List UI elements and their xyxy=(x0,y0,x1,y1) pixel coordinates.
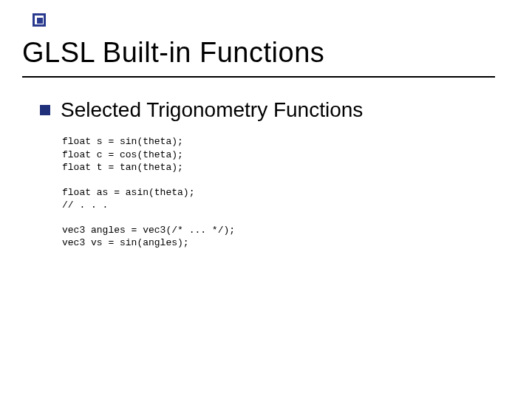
code-block-2: float as = asin(theta); // . . . xyxy=(62,186,510,212)
bullet-square-icon xyxy=(40,105,50,115)
slide-title: GLSL Built-in Functions xyxy=(22,37,510,69)
code-block-1: float s = sin(theta); float c = cos(thet… xyxy=(62,135,510,174)
bullet-text: Selected Trigonometry Functions xyxy=(61,98,363,122)
accent-box-icon xyxy=(33,13,46,27)
code-block-3: vec3 angles = vec3(/* ... */); vec3 vs =… xyxy=(62,224,510,250)
slide: GLSL Built-in Functions Selected Trigono… xyxy=(0,0,532,399)
title-underline xyxy=(22,76,495,78)
slide-body: Selected Trigonometry Functions float s … xyxy=(22,98,510,250)
accent-fill-icon xyxy=(37,18,43,24)
bullet-row: Selected Trigonometry Functions xyxy=(40,98,510,122)
